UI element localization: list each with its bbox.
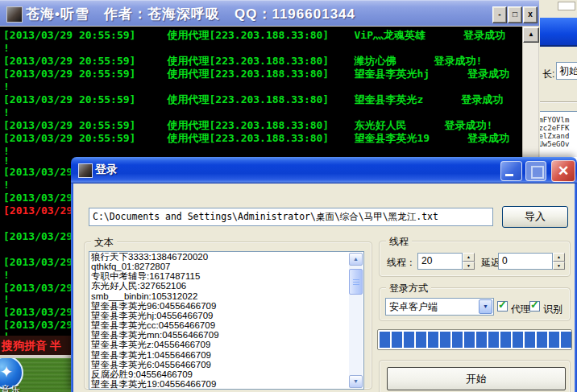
progress-segment xyxy=(488,332,499,348)
account-list-item: 东光好人民:327652106 xyxy=(89,281,363,291)
progress-segment xyxy=(537,332,547,348)
proxy-checkbox[interactable]: ✓ xyxy=(497,301,508,312)
code-lines: amFYOVlm Qzc2eFFK xelZxand IUw5eGOv xyxy=(540,116,569,148)
account-list-item: 望奎县李英光6:04556466709 xyxy=(89,360,363,369)
account-list-item: 反腐必胜9:04556466709 xyxy=(89,369,363,379)
thread-stepper[interactable]: ▲ ▼ xyxy=(463,253,475,270)
spin-down-icon[interactable]: ▼ xyxy=(553,262,565,270)
log-text: [2013/03/29 20:55:59] 使用代理[223.203.188.3… xyxy=(3,29,509,158)
progress-segment xyxy=(513,332,523,348)
log-fragment: ! xyxy=(3,179,10,192)
proxy-checkbox-label: 代理 xyxy=(511,303,530,316)
dialog-minimize-button[interactable] xyxy=(500,161,522,181)
start-button[interactable]: 开始 xyxy=(387,367,566,390)
app-icon xyxy=(6,6,23,23)
account-listbox-content: 狼行天下3333:13846720020qthkfq_01:8272807专职中… xyxy=(89,252,363,389)
log-fragment: [2013/03/29 xyxy=(3,306,73,319)
progress-bar xyxy=(377,329,572,350)
progress-segment xyxy=(380,332,390,348)
scroll-up-icon[interactable]: ▲ xyxy=(523,27,539,43)
thumb-grip xyxy=(353,279,359,285)
checkmark-icon: ✓ xyxy=(498,299,507,311)
minimize-button[interactable]: - xyxy=(492,6,507,23)
screen: ✦ 音乐 长: 初始 amFYOVlm Qzc2eFFK xelZxand IU… xyxy=(0,0,577,392)
text-group-label: 文本 xyxy=(91,236,117,250)
scrollbar-thumb[interactable] xyxy=(349,269,363,295)
minimize-icon xyxy=(505,174,513,176)
log-fragment: [2013/03/29 xyxy=(3,282,73,295)
log-fragment: [2013/03/29 xyxy=(3,256,73,269)
progress-segment xyxy=(500,332,511,348)
main-window-title: 苍海•听雪 作者：苍海深呼吸 QQ：1196601344 xyxy=(26,5,355,23)
log-fragment: [2013/03/29 xyxy=(3,192,73,204)
scroll-up-icon[interactable]: ▲ xyxy=(349,253,363,266)
progress-segment xyxy=(464,332,475,348)
pinwheel-icon: ✦ xyxy=(0,363,13,381)
progress-segment xyxy=(476,332,487,348)
account-list-item: 专职中考辅导:1617487115 xyxy=(89,271,363,281)
progress-segment xyxy=(404,332,414,348)
login-dialog: 登录 ✕ C:\Documents and Settings\Administr… xyxy=(71,157,577,392)
dialog-icon xyxy=(78,163,93,178)
thread-group-label: 线程 xyxy=(386,235,412,249)
ime-toolbar[interactable]: 搜狗拼音 半 xyxy=(0,336,73,355)
spin-up-icon[interactable]: ▲ xyxy=(463,253,475,262)
account-list-item: 望奎县李英光cc:04556466709 xyxy=(89,320,363,330)
file-path-input[interactable]: C:\Documents and Settings\Administrator\… xyxy=(89,208,493,226)
maximize-button[interactable]: □ xyxy=(508,6,522,23)
status-field[interactable]: 初始 xyxy=(556,62,577,80)
account-list-item: 望奎县李英光19:04556466709 xyxy=(89,379,363,389)
progress-segment xyxy=(549,332,559,348)
log-fragment: [2013/03/29 xyxy=(3,319,73,332)
dialog-maximize-button[interactable] xyxy=(525,161,546,181)
account-list-item: 望奎县李英光hj:04556466709 xyxy=(89,311,363,320)
log-fragment: ! xyxy=(3,269,10,282)
maximize-icon xyxy=(531,166,544,179)
dialog-border xyxy=(71,184,73,392)
account-list-item: 望奎县李英光mn:04556466709 xyxy=(89,330,363,340)
chevron-down-icon[interactable]: ▼ xyxy=(479,299,492,314)
thread-count-field[interactable]: 20 xyxy=(417,253,463,270)
side-window-header xyxy=(540,18,577,47)
account-list-item: 望奎县李英光z:04556466709 xyxy=(89,340,363,349)
spin-down-icon[interactable]: ▼ xyxy=(463,262,475,270)
account-listbox[interactable]: 狼行天下3333:13846720020qthkfq_01:8272807专职中… xyxy=(89,251,364,390)
delay-field[interactable]: 0 xyxy=(498,253,553,270)
scroll-down-icon[interactable]: ▼ xyxy=(349,375,363,388)
login-method-value: 安卓客户端 xyxy=(389,301,438,312)
detect-checkbox-label: 识别 xyxy=(543,303,562,316)
account-list-item: qthkfq_01:8272807 xyxy=(89,262,363,271)
main-titlebar[interactable]: 苍海•听雪 作者：苍海深呼吸 QQ：1196601344 - □ x xyxy=(0,0,539,26)
progress-segment xyxy=(440,332,450,348)
checkmark-icon: ✓ xyxy=(530,299,539,311)
progress-segment xyxy=(392,332,402,348)
account-list-item: 望奎县李英光1:04556466709 xyxy=(89,350,363,360)
progress-segment xyxy=(525,332,535,348)
progress-segment xyxy=(416,332,426,348)
log-fragment: [2013/03/29 xyxy=(3,204,73,217)
close-button[interactable]: x xyxy=(523,6,538,23)
divider xyxy=(540,101,577,103)
log-fragment: ! xyxy=(3,293,10,306)
dialog-titlebar[interactable]: 登录 ✕ xyxy=(71,157,577,184)
delay-stepper[interactable]: ▲ ▼ xyxy=(553,253,565,270)
dialog-close-button[interactable]: ✕ xyxy=(551,160,575,182)
progress-segment xyxy=(561,332,571,348)
spin-up-icon[interactable]: ▲ xyxy=(553,253,565,262)
dialog-title: 登录 xyxy=(95,163,118,177)
account-list-item: 望奎县李英光96:04556466709 xyxy=(89,301,363,311)
import-button[interactable]: 导入 xyxy=(502,206,568,228)
window-fragment xyxy=(558,2,575,10)
login-group-label: 登录方式 xyxy=(386,282,431,295)
listbox-scrollbar[interactable]: ▲ ▼ xyxy=(349,253,363,388)
status-label: 长: xyxy=(542,68,554,81)
account-list-item: smb___binbin:105312022 xyxy=(89,291,363,301)
login-method-dropdown[interactable]: 安卓客户端 ▼ xyxy=(385,298,494,316)
progress-segment xyxy=(452,332,463,348)
log-fragment: [2013/03/29 xyxy=(3,166,73,179)
progress-segment xyxy=(428,332,438,348)
detect-checkbox[interactable]: ✓ xyxy=(529,301,540,312)
desktop-icon-label: 音乐 xyxy=(1,383,20,392)
progress-bar-fill xyxy=(380,332,570,348)
code-panel: amFYOVlm Qzc2eFFK xelZxand IUw5eGOv xyxy=(540,111,577,162)
